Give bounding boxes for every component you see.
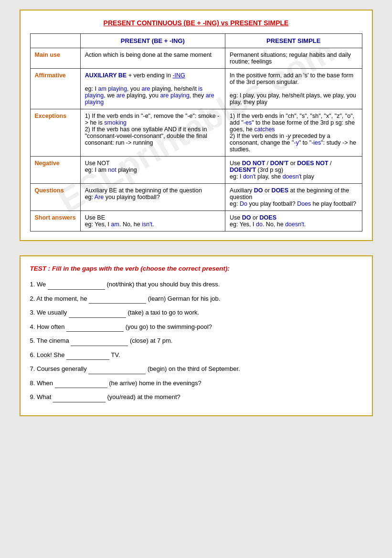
text-does-sa: DOES	[260, 214, 276, 221]
table-row: Short answers Use BE eg: Yes, I am. No, …	[30, 211, 362, 232]
col2-header: PRESENT SIMPLE	[225, 34, 362, 48]
text-does-q: DOES	[272, 187, 288, 194]
row-label-negative: Negative	[30, 157, 80, 184]
table-row: Exceptions 1) If the verb ends in "-e", …	[30, 109, 362, 157]
list-item: 3. We usually (take) a taxi to go to wor…	[30, 308, 362, 318]
text-are3: are	[160, 92, 169, 99]
q1-num: 1.	[30, 281, 35, 288]
affirmative-col1: AUXILIARY BE + verb ending in -ING eg: I…	[80, 69, 225, 109]
list-item: 2. At the moment, he (learn) German for …	[30, 294, 362, 304]
text-are4: are	[206, 92, 214, 99]
text-dont-eg: don't	[243, 173, 256, 180]
list-item: 4. How often (you go) to the swimming-po…	[30, 322, 362, 332]
text-smoking: smoking	[104, 119, 127, 126]
q4-num: 4.	[30, 323, 35, 330]
text-playing3: playing	[170, 92, 190, 99]
text-does-eg: Does	[297, 200, 311, 207]
q9-blank	[53, 392, 106, 402]
list-item: 1. We (not/think) that you should buy th…	[30, 280, 362, 290]
q7-blank	[88, 364, 146, 374]
test-title: TEST : Fill in the gaps with the verb (c…	[30, 265, 362, 272]
table-row: Negative Use NOT eg: I am not playing Us…	[30, 157, 362, 184]
text-catches: catches	[254, 126, 275, 133]
table-row: Questions Auxiliary BE at the beginning …	[30, 184, 362, 211]
text-not: not	[108, 167, 116, 173]
list-item: 9. What (you/read) at the moment?	[30, 392, 362, 402]
exceptions-col1: 1) If the verb ends in "-e", remove the …	[80, 109, 225, 157]
row-label-questions: Questions	[30, 184, 80, 211]
grammar-title: PRESENT CONTINUOUS (BE + -ING) vs PRESEN…	[30, 19, 362, 27]
text-am: am	[98, 85, 106, 92]
q8-num: 8.	[30, 379, 35, 387]
row-label-exceptions: Exceptions	[30, 109, 80, 157]
table-row: Affirmative AUXILIARY BE + verb ending i…	[30, 69, 362, 109]
negative-col2: Use DO NOT / DON'T or DOES NOT / DOESN'T…	[225, 157, 362, 184]
affirmative-col2: In the positive form, add an 's' to the …	[225, 69, 362, 109]
table-row: Main use Action which is being done at t…	[30, 48, 362, 69]
grammar-table: PRESENT (BE + -ING) PRESENT SIMPLE Main …	[30, 33, 362, 232]
q6-num: 6.	[30, 351, 35, 358]
text-doesnt-eg: doesn't	[283, 173, 302, 180]
test-question-list: 1. We (not/think) that you should buy th…	[30, 280, 362, 402]
q1-blank	[48, 280, 105, 290]
q5-blank	[71, 336, 128, 346]
grammar-section: ESLprintables.com PRESENT CONTINUOUS (BE…	[20, 10, 373, 241]
list-item: 6. Look! She TV.	[30, 350, 362, 360]
short-answers-col2: Use DO or DOES eg: Yes, I do. No, he doe…	[225, 211, 362, 232]
text-y-blue: -y	[294, 139, 298, 146]
test-section: TEST : Fill in the gaps with the verb (c…	[20, 255, 373, 416]
short-answers-col1: Use BE eg: Yes, I am. No, he isn't.	[80, 211, 225, 232]
text-playing4: playing	[85, 99, 104, 105]
list-item: 7. Courses generally (begin) on the thir…	[30, 364, 362, 374]
mainuse-col2: Permanent situations; regular habits and…	[225, 48, 362, 69]
text-playing2: playing	[85, 92, 104, 99]
text-isnt-sa: isn't	[142, 221, 152, 228]
q8-blank	[55, 379, 107, 389]
q7-num: 7.	[30, 365, 35, 372]
questions-col1: Auxiliary BE at the beginning of the que…	[80, 184, 225, 211]
text-y-italic: -y	[286, 133, 291, 139]
text-ies: -ies	[311, 139, 321, 146]
mainuse-col1: Action which is being done at the same m…	[80, 48, 225, 69]
q4-blank	[66, 322, 124, 332]
q6-blank	[66, 350, 109, 360]
q3-blank	[69, 308, 126, 318]
text-auxiliary-be: AUXILIARY BE	[85, 72, 127, 79]
questions-col2: Auxiliary DO or DOES at the beginning of…	[225, 184, 362, 211]
text-do-q: DO	[254, 187, 263, 194]
text-do-sa: DO	[242, 214, 251, 221]
text-is: is	[198, 85, 202, 92]
text-es1: -es	[244, 119, 252, 126]
q3-num: 3.	[30, 309, 35, 316]
text-playing1: playing	[108, 85, 127, 92]
text-doesnt-sa-eg: doesn't	[285, 221, 304, 228]
text-ing: -ING	[172, 72, 185, 79]
col-empty-header	[30, 34, 80, 48]
text-am-sa: am	[111, 221, 119, 228]
q2-num: 2.	[30, 295, 35, 302]
text-do-eg: Do	[240, 200, 247, 207]
q9-num: 9.	[30, 393, 35, 400]
exceptions-col2: 1) If the verb ends in "ch", "s", "sh", …	[225, 109, 362, 157]
list-item: 8. When (he arrive) home in the evenings…	[30, 379, 362, 389]
q2-blank	[89, 294, 146, 304]
text-do-not: DO NOT	[242, 160, 265, 167]
row-label-mainuse: Main use	[30, 48, 80, 69]
text-dont: DON'T	[270, 160, 288, 167]
list-item: 5. The cinema (close) at 7 pm.	[30, 336, 362, 346]
negative-col1: Use NOT eg: I am not playing	[80, 157, 225, 184]
row-label-short-answers: Short answers	[30, 211, 80, 232]
text-does-not: DOES NOT	[297, 160, 328, 167]
text-are-q: Are	[95, 194, 104, 200]
text-are2: are	[117, 92, 125, 99]
text-are1: are	[142, 85, 150, 92]
q5-num: 5.	[30, 337, 35, 344]
text-doesnt: DOESN'T	[230, 167, 256, 173]
row-label-affirmative: Affirmative	[30, 69, 80, 109]
col1-header: PRESENT (BE + -ING)	[80, 34, 225, 48]
text-do-sa-eg: do	[256, 221, 263, 228]
